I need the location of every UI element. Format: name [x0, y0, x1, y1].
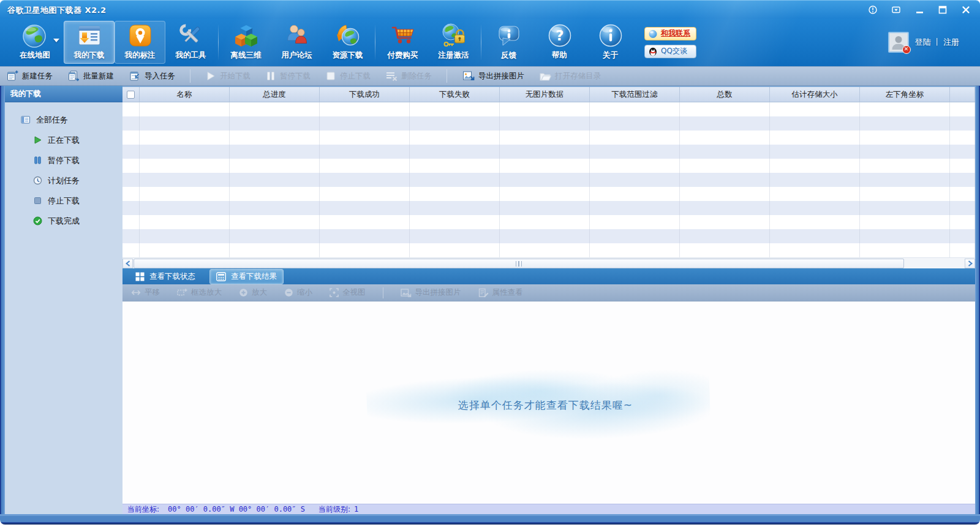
task-button-label: 开始下载 — [220, 71, 251, 82]
table-row[interactable] — [123, 215, 975, 229]
column-header-bottom-left-coord[interactable]: 左下角坐标 — [860, 87, 950, 102]
table-cell — [410, 229, 500, 243]
scrollbar-thumb[interactable] — [134, 259, 904, 268]
toolbar-button-label: 我的标注 — [125, 50, 156, 61]
table-cell — [680, 201, 770, 215]
sidebar-item-stopped[interactable]: 停止下载 — [5, 191, 123, 211]
import-task-button[interactable]: 导入任务 — [129, 70, 175, 82]
table-cell — [230, 173, 320, 187]
table-cell — [140, 173, 230, 187]
feedback-bubble-icon — [496, 21, 522, 49]
tab-view-download-status[interactable]: 查看下载状态 — [129, 269, 202, 284]
qq-chat-button[interactable]: QQ交谈 — [644, 45, 696, 58]
export-stitched-image-button[interactable]: 导出拼接图片 — [462, 70, 524, 82]
toolbar-button-online-map[interactable]: 在线地图 — [6, 21, 64, 64]
table-cell — [123, 145, 140, 159]
table-row[interactable] — [123, 116, 975, 131]
table-row[interactable] — [123, 201, 975, 215]
pan-button[interactable]: 平移 — [131, 287, 160, 298]
table-cell — [500, 131, 590, 145]
chevron-down-icon[interactable] — [53, 39, 59, 42]
column-header-total-progress[interactable]: 总进度 — [230, 87, 320, 102]
table-row[interactable] — [123, 187, 975, 201]
toolbar-button-my-tools[interactable]: 我的工具 — [165, 21, 216, 64]
toolbar-button-about[interactable]: 关于 — [585, 21, 636, 64]
offline-badge-icon: ✕ — [902, 45, 911, 54]
login-link[interactable]: 登陆 — [915, 37, 931, 48]
export-stitched-image-map-button[interactable]: 导出拼接图片 — [401, 287, 461, 298]
map-tool-label: 属性查看 — [492, 287, 523, 298]
table-cell — [500, 243, 590, 257]
scroll-right-button[interactable] — [965, 259, 975, 268]
info-button[interactable] — [869, 6, 877, 14]
pause-download-button[interactable]: 暂停下载 — [265, 70, 311, 82]
tab-view-download-result[interactable]: 查看下载结果 — [209, 269, 284, 284]
table-cell — [230, 215, 320, 229]
toolbar-button-my-annotations[interactable]: 我的标注 — [115, 21, 165, 64]
sidebar-item-completed[interactable]: 下载完成 — [5, 211, 123, 231]
column-header-estimated-size[interactable]: 估计存储大小 — [770, 87, 860, 102]
close-button[interactable] — [962, 6, 970, 14]
sidebar-item-downloading[interactable]: 正在下载 — [5, 130, 123, 150]
toolbar-button-help[interactable]: ? 帮助 — [534, 21, 585, 64]
select-all-checkbox[interactable] — [127, 91, 135, 99]
toolbar-button-offline-3d[interactable]: 离线三维 — [221, 21, 271, 64]
stop-download-button[interactable]: 停止下载 — [325, 70, 371, 82]
toolbar-button-user-forum[interactable]: 用户论坛 — [271, 21, 322, 64]
table-row[interactable] — [123, 229, 975, 243]
properties-view-button[interactable]: 属性查看 — [478, 287, 523, 298]
properties-view-icon — [478, 288, 489, 298]
box-zoom-button[interactable]: 框选放大 — [177, 287, 222, 298]
scroll-left-button[interactable] — [123, 259, 133, 268]
column-header-download-failed[interactable]: 下载失败 — [410, 87, 500, 102]
toolbar-button-my-downloads[interactable]: 我的下载 — [64, 21, 115, 64]
avatar[interactable]: ✕ — [888, 32, 909, 53]
table-cell — [860, 102, 950, 116]
table-cell — [123, 131, 140, 145]
table-row[interactable] — [123, 102, 975, 116]
stop-icon — [33, 196, 42, 205]
chevron-left-icon — [126, 260, 130, 267]
delete-task-button[interactable]: 删除任务 — [385, 70, 432, 82]
open-storage-folder-button[interactable]: 打开存储目录 — [539, 70, 601, 82]
table-cell — [950, 187, 975, 201]
contact-me-button[interactable]: 和我联系 — [644, 27, 696, 40]
table-row[interactable] — [123, 173, 975, 187]
sidebar-header: 我的下载 — [5, 86, 123, 102]
column-header-name[interactable]: 名称 — [140, 87, 230, 102]
register-link[interactable]: 注册 — [943, 37, 959, 48]
table-row[interactable] — [123, 243, 975, 257]
new-task-button[interactable]: 新建任务 — [6, 70, 53, 82]
table-cell — [680, 102, 770, 116]
minimize-button[interactable] — [915, 6, 924, 14]
sidebar-item-scheduled[interactable]: 计划任务 — [5, 170, 123, 191]
table-row[interactable] — [123, 159, 975, 173]
toolbar-button-register-activate[interactable]: 注册激活 — [428, 21, 479, 64]
start-download-button[interactable]: 开始下载 — [205, 70, 251, 82]
task-toolbar: 新建任务 批量新建 导入任务 开始下载 暂停下载 — [0, 66, 980, 86]
table-cell — [500, 229, 590, 243]
column-header-range-filter[interactable]: 下载范围过滤 — [590, 87, 680, 102]
new-task-icon — [6, 70, 18, 82]
table-cell — [500, 187, 590, 201]
full-view-button[interactable]: 全视图 — [330, 287, 366, 298]
table-row[interactable] — [123, 145, 975, 159]
column-header-download-success[interactable]: 下载成功 — [320, 87, 410, 102]
delete-task-icon — [385, 70, 398, 82]
column-header-no-image-data[interactable]: 无图片数据 — [500, 87, 590, 102]
table-row[interactable] — [123, 131, 975, 145]
minimize-to-tray-button[interactable] — [892, 6, 900, 14]
toolbar-button-purchase[interactable]: 付费购买 — [377, 21, 428, 64]
table-cell — [680, 215, 770, 229]
column-header-total-count[interactable]: 总数 — [680, 87, 770, 102]
zoom-out-button[interactable]: 缩小 — [284, 287, 312, 298]
toolbar-button-resource-download[interactable]: 资源下载 — [322, 21, 373, 64]
horizontal-scrollbar[interactable] — [123, 257, 975, 268]
sidebar-item-paused[interactable]: 暂停下载 — [5, 150, 123, 170]
sidebar-item-all-tasks[interactable]: 全部任务 — [5, 110, 123, 130]
batch-new-button[interactable]: 批量新建 — [67, 70, 114, 82]
toolbar-button-feedback[interactable]: 反馈 — [483, 21, 534, 64]
zoom-in-button[interactable]: 放大 — [239, 287, 267, 298]
import-task-icon — [129, 70, 141, 82]
maximize-button[interactable] — [938, 6, 947, 14]
